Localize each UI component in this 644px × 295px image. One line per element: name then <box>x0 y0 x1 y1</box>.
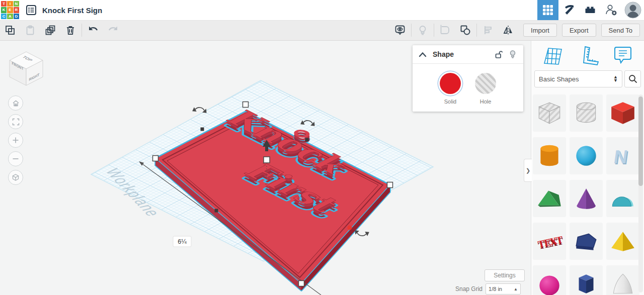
shape-scribble[interactable]: N N <box>606 137 639 174</box>
shape-roof[interactable] <box>533 180 566 217</box>
group-button[interactable] <box>435 20 455 40</box>
perspective-toggle-button[interactable] <box>8 170 23 185</box>
shape-text[interactable]: TEXT TEXT <box>533 223 566 260</box>
hole-option[interactable]: Hole <box>475 73 496 105</box>
send-to-button[interactable]: Send To <box>601 24 640 37</box>
invite-person-button[interactable] <box>601 0 622 20</box>
shape-category-select[interactable]: Basic Shapes ▲▼ <box>534 70 622 87</box>
sidebar-filter-row: Basic Shapes ▲▼ <box>531 69 644 88</box>
half-sphere-icon <box>535 270 564 295</box>
ruler-tool[interactable] <box>578 45 600 65</box>
pickaxe-icon <box>562 4 576 17</box>
hex-prism-icon <box>572 270 600 295</box>
sidebar-scrollbar-track[interactable] <box>638 94 643 292</box>
minecraft-export-button[interactable] <box>558 0 580 20</box>
snap-grid-select[interactable]: 1/8 in ▲ <box>486 283 521 294</box>
toolbar-separator <box>82 24 82 37</box>
corner-handle[interactable] <box>387 182 393 188</box>
shape-pyramid[interactable] <box>606 223 639 260</box>
shape-panel-title: Shape <box>433 50 454 58</box>
trash-icon <box>65 25 76 36</box>
box-hole-icon <box>535 99 564 127</box>
show-all-eye-icon <box>394 24 406 36</box>
search-shapes-button[interactable] <box>624 70 641 87</box>
perspective-cube-icon <box>12 173 20 181</box>
import-button[interactable]: Import <box>523 24 557 37</box>
sidebar-collapse-tab[interactable]: ❯ <box>524 159 532 182</box>
fit-view-button[interactable] <box>8 114 23 129</box>
height-handle[interactable] <box>264 157 270 163</box>
notes-icon <box>613 45 632 65</box>
cone-icon <box>572 184 600 213</box>
mirror-button[interactable] <box>498 20 518 40</box>
undo-icon <box>87 24 99 36</box>
shape-box-hole[interactable] <box>533 94 566 132</box>
toggle-hidden-button[interactable] <box>413 20 433 40</box>
logo-tile: I <box>7 1 13 7</box>
shape-panel-header: Shape <box>413 45 523 64</box>
shape-round-roof[interactable] <box>606 180 639 217</box>
duplicate-button[interactable] <box>40 20 60 40</box>
shape-cylinder[interactable] <box>533 137 566 174</box>
shape-hex-prism[interactable] <box>570 265 603 295</box>
brick-export-button[interactable] <box>580 0 601 20</box>
toolbar-separator <box>476 24 477 37</box>
ungroup-button[interactable] <box>455 20 475 40</box>
unlock-icon[interactable] <box>494 50 503 59</box>
edge-handle[interactable] <box>201 128 204 131</box>
redo-button[interactable] <box>103 20 123 40</box>
roof-icon <box>535 184 564 213</box>
delete-button[interactable] <box>60 20 80 40</box>
shape-polygon[interactable] <box>570 223 603 260</box>
profile-menu[interactable] <box>622 0 644 20</box>
paste-button[interactable] <box>20 20 40 40</box>
align-button[interactable] <box>478 20 498 40</box>
shape-box[interactable] <box>606 94 639 132</box>
sidebar-tools <box>531 40 644 69</box>
shape-cone[interactable] <box>570 180 603 217</box>
undo-button[interactable] <box>83 20 103 40</box>
sidebar-scrollbar-thumb[interactable] <box>638 96 643 186</box>
group-icon <box>439 24 451 36</box>
view-cube[interactable]: TOP FRONT RIGHT <box>10 52 43 85</box>
text-icon: TEXT TEXT <box>535 227 564 255</box>
collapse-chevron-icon[interactable] <box>419 52 427 57</box>
cylinder-icon <box>535 142 564 170</box>
properties-list-icon <box>26 5 37 16</box>
zoom-in-button[interactable] <box>8 133 23 148</box>
copy-button[interactable] <box>0 20 20 40</box>
export-button[interactable]: Export <box>562 24 596 37</box>
blocks-grid-button[interactable] <box>537 0 558 20</box>
notes-tool[interactable] <box>613 45 632 65</box>
corner-handle[interactable] <box>153 156 158 161</box>
corner-handle[interactable] <box>243 102 249 108</box>
ungroup-icon <box>459 24 471 36</box>
scribble-icon: N N <box>609 142 637 170</box>
zoom-out-button[interactable] <box>8 151 23 166</box>
shape-half-sphere[interactable] <box>533 265 566 295</box>
show-all-button[interactable] <box>390 20 410 40</box>
shape-cylinder-hole[interactable] <box>570 94 603 132</box>
copy-icon <box>5 25 16 36</box>
tinkercad-logo[interactable]: T I N K E R C A D <box>1 1 20 20</box>
workplane-icon <box>541 45 564 65</box>
grid-settings-button[interactable]: Settings <box>485 269 525 281</box>
home-view-button[interactable] <box>8 95 23 111</box>
edge-handle-active[interactable] <box>348 226 352 230</box>
cylinder-hole-icon <box>572 99 600 127</box>
edge-handle[interactable] <box>215 209 218 213</box>
design-properties-button[interactable] <box>26 5 37 16</box>
invite-person-icon <box>605 4 618 17</box>
workplane-tool[interactable] <box>541 45 564 65</box>
select-arrows-icon: ▲▼ <box>613 75 618 82</box>
plus-icon <box>12 137 19 144</box>
paste-icon <box>25 25 36 36</box>
shape-sphere[interactable] <box>570 137 603 174</box>
solid-option[interactable]: Solid <box>440 73 461 105</box>
shape-paraboloid[interactable] <box>606 265 639 295</box>
shape-panel-tools <box>494 50 517 59</box>
edge-handle[interactable] <box>305 138 309 142</box>
lightbulb-icon[interactable] <box>508 50 517 59</box>
corner-handle[interactable] <box>299 281 304 286</box>
shape-inspector-panel: Shape Solid Hole <box>413 45 523 112</box>
